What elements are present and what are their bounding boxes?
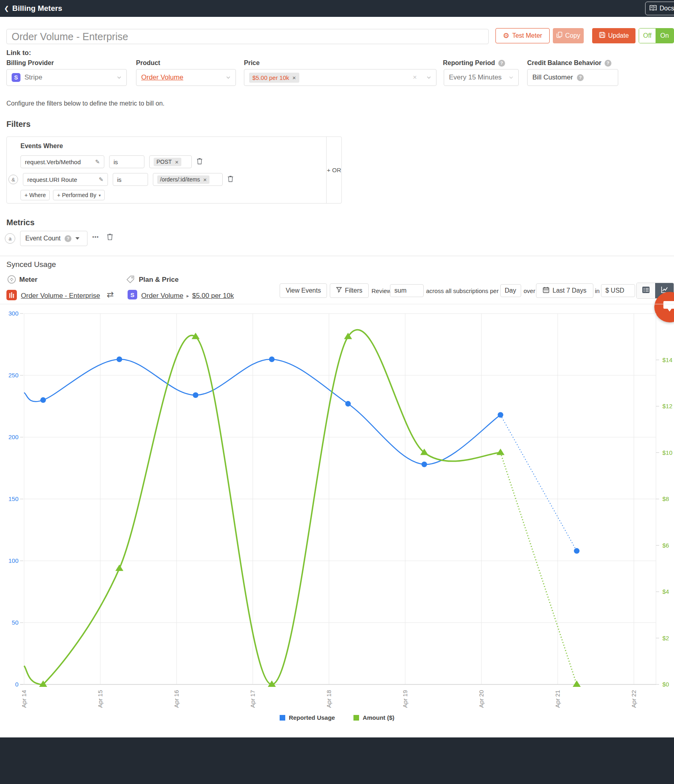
- trash-icon[interactable]: [107, 233, 113, 242]
- remove-value-icon[interactable]: ×: [175, 159, 179, 165]
- meter-column-label: Meter: [19, 276, 37, 284]
- trash-icon[interactable]: [197, 158, 203, 166]
- svg-text:$6: $6: [662, 542, 669, 549]
- toggle-off-label: Off: [643, 32, 652, 39]
- billing-meter-page: ❮ Billing Meters Docs ⚙ Test Meter Copy …: [0, 0, 674, 784]
- svg-text:Apr 21: Apr 21: [554, 690, 561, 708]
- plan-product-link[interactable]: Order Volume: [141, 292, 183, 300]
- add-or-button[interactable]: + OR: [326, 137, 341, 203]
- remove-value-icon[interactable]: ×: [203, 176, 207, 183]
- synced-usage-heading: Synced Usage: [6, 260, 56, 269]
- view-events-button[interactable]: View Events: [280, 283, 327, 298]
- table-view-button[interactable]: [637, 283, 655, 298]
- chart-canvas[interactable]: Apr 14Apr 15Apr 16Apr 17Apr 18Apr 19Apr …: [0, 305, 674, 719]
- product-value-link[interactable]: Order Volume: [141, 73, 183, 81]
- help-icon[interactable]: ?: [498, 60, 505, 67]
- filter-value-box[interactable]: /orders/:id/items ×: [153, 173, 223, 186]
- help-icon[interactable]: ?: [577, 74, 584, 81]
- trash-icon[interactable]: [227, 175, 233, 184]
- legend-label: Amount ($): [363, 714, 394, 721]
- metric-badge: a: [5, 233, 15, 244]
- copy-label: Copy: [565, 32, 580, 39]
- legend-swatch-blue: [280, 715, 285, 721]
- page-title: Billing Meters: [12, 4, 63, 13]
- filter-group: + OR Events Where request.Verb/Method ✎ …: [6, 136, 342, 204]
- legend-swatch-green: [353, 715, 359, 721]
- back-button[interactable]: ❮ Billing Meters: [4, 4, 62, 13]
- over-label: over: [524, 287, 535, 294]
- metric-select[interactable]: Event Count ?: [20, 231, 87, 246]
- svg-text:$12: $12: [662, 403, 672, 409]
- plan-price-link[interactable]: $5.00 per 10k: [192, 292, 234, 300]
- toggle-off[interactable]: Off: [639, 29, 656, 43]
- legend-item-amount[interactable]: Amount ($): [353, 714, 394, 721]
- update-button[interactable]: Update: [592, 28, 635, 43]
- test-meter-label: Test Meter: [512, 32, 542, 39]
- copy-button[interactable]: Copy: [553, 28, 584, 43]
- top-bar: ❮ Billing Meters Docs: [0, 0, 674, 17]
- date-range-label: Last 7 Days: [552, 287, 586, 294]
- period-select[interactable]: Day: [500, 284, 521, 297]
- meter-link[interactable]: Order Volume - Enterprise: [21, 292, 100, 300]
- gear-icon: ⚙: [503, 32, 510, 39]
- docs-button[interactable]: Docs: [645, 2, 674, 15]
- add-where-button[interactable]: + Where: [20, 190, 50, 200]
- filters-button[interactable]: Filters: [330, 283, 369, 298]
- price-tag-icon: [126, 275, 135, 285]
- filter-field-select[interactable]: request.Verb/Method ✎: [20, 155, 104, 168]
- reporting-period-label: Reporting Period?: [443, 59, 505, 67]
- reporting-period-select[interactable]: Every 15 Minutes: [444, 69, 519, 86]
- product-select[interactable]: Order Volume: [136, 69, 236, 86]
- remove-price-icon[interactable]: ×: [292, 74, 296, 81]
- amberflo-meter-icon: [6, 290, 17, 300]
- gauge-icon: [7, 275, 16, 285]
- docs-label: Docs: [660, 5, 674, 12]
- add-performed-by-button[interactable]: + Performed By ▾: [53, 190, 105, 200]
- chevron-down-icon: [509, 75, 514, 80]
- funnel-icon: [336, 287, 342, 294]
- stripe-icon: S: [128, 290, 137, 299]
- chevron-down-icon: [226, 75, 231, 80]
- currency-select[interactable]: $ USD: [601, 284, 635, 297]
- test-meter-button[interactable]: ⚙ Test Meter: [495, 28, 550, 43]
- meter-name-input[interactable]: [6, 29, 489, 44]
- svg-text:$10: $10: [662, 449, 672, 456]
- svg-text:300: 300: [8, 310, 18, 317]
- in-label: in: [595, 287, 600, 294]
- toggle-on[interactable]: On: [656, 29, 674, 43]
- billing-provider-select[interactable]: S Stripe: [6, 69, 127, 86]
- price-chip[interactable]: $5.00 per 10k ×: [249, 73, 299, 83]
- aggregation-input[interactable]: [390, 284, 424, 297]
- book-icon: [650, 5, 657, 12]
- chevron-down-icon: [117, 75, 122, 80]
- pencil-icon[interactable]: ✎: [95, 159, 100, 165]
- svg-text:Apr 15: Apr 15: [97, 690, 104, 708]
- swap-icon[interactable]: ⇄: [107, 290, 114, 299]
- price-select[interactable]: $5.00 per 10k × ×: [244, 69, 436, 86]
- clear-icon[interactable]: ×: [413, 73, 417, 81]
- filter-value-chip[interactable]: /orders/:id/items ×: [157, 175, 209, 184]
- filter-field-value: request.URI Route: [27, 176, 77, 183]
- svg-text:0: 0: [15, 681, 18, 688]
- date-range-button[interactable]: Last 7 Days: [536, 283, 593, 298]
- pencil-icon[interactable]: ✎: [99, 176, 104, 183]
- legend-item-reported-usage[interactable]: Reported Usage: [280, 714, 335, 721]
- filter-operator-select[interactable]: is: [109, 155, 144, 168]
- add-or-label: + OR: [327, 167, 341, 173]
- filter-value-box[interactable]: POST ×: [149, 155, 192, 168]
- svg-text:Apr 17: Apr 17: [249, 690, 256, 708]
- help-icon[interactable]: ?: [605, 60, 611, 67]
- currency-value: $ USD: [605, 287, 624, 294]
- credit-balance-select[interactable]: Bill Customer ?: [527, 69, 618, 86]
- filter-value-chip[interactable]: POST ×: [154, 158, 181, 166]
- events-where-label: Events Where: [20, 143, 63, 150]
- filter-operator-select[interactable]: is: [113, 173, 148, 186]
- usage-chart[interactable]: Apr 14Apr 15Apr 16Apr 17Apr 18Apr 19Apr …: [0, 305, 674, 735]
- filters-button-label: Filters: [345, 287, 363, 294]
- more-options-button[interactable]: •••: [92, 234, 99, 240]
- filter-field-select[interactable]: request.URI Route ✎: [23, 173, 108, 186]
- add-where-label: + Where: [24, 192, 46, 198]
- meter-status-toggle: Off On: [639, 28, 674, 43]
- section-divider: [0, 256, 674, 256]
- help-icon[interactable]: ?: [65, 235, 71, 242]
